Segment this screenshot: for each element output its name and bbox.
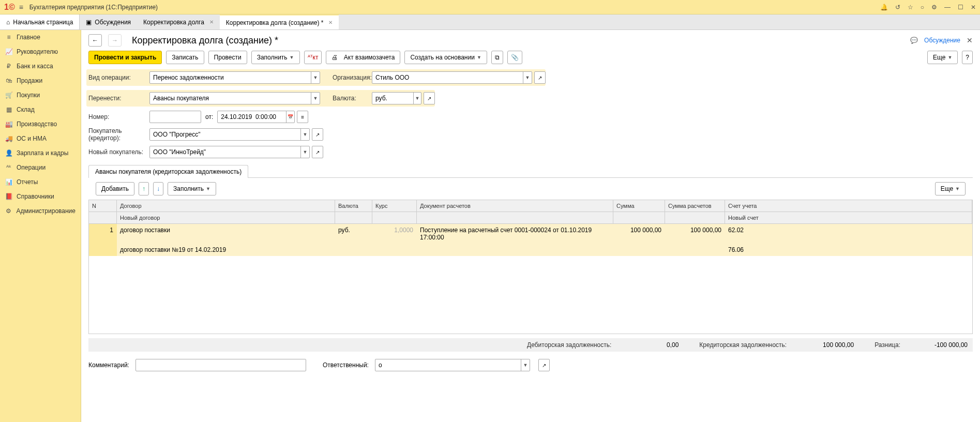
sidebar-item-bank[interactable]: ₽Банк и касса — [0, 59, 81, 73]
create-on-button[interactable]: Создать на основании▼ — [404, 51, 487, 64]
maximize-icon[interactable]: ☐ — [958, 4, 963, 11]
help-button[interactable]: ? — [962, 51, 973, 64]
chevron-down-icon[interactable]: ▼ — [300, 129, 309, 140]
calendar-icon[interactable]: 📅 — [286, 111, 294, 123]
attach-button[interactable]: 📎 — [507, 51, 522, 64]
currency-input[interactable] — [372, 95, 413, 102]
cell-currency[interactable]: руб. — [335, 224, 372, 244]
post-and-close-button[interactable]: Провести и закрыть — [88, 51, 162, 64]
col-rate[interactable]: Курс — [372, 200, 417, 212]
chevron-down-icon[interactable]: ▼ — [311, 93, 320, 104]
discuss-icon[interactable]: 💬 — [910, 37, 918, 44]
op-type-field[interactable]: ▼ — [149, 71, 320, 84]
cell-rate[interactable]: 1,0000 — [372, 224, 417, 244]
minimize-icon[interactable]: — — [944, 4, 951, 11]
discuss-link[interactable]: Обсуждение — [924, 37, 960, 44]
sidebar-item-warehouse[interactable]: ▦Склад — [0, 102, 81, 117]
newbuyer-field[interactable]: ▼ — [149, 146, 310, 158]
org-input[interactable] — [372, 74, 523, 81]
sidebar-item-catalogs[interactable]: 📕Справочники — [0, 189, 81, 204]
forward-button[interactable]: → — [108, 34, 122, 47]
buyer-input[interactable] — [150, 131, 300, 138]
back-button[interactable]: ← — [88, 34, 102, 47]
grid-row-1[interactable]: 1 договор поставки руб. 1,0000 Поступлен… — [89, 224, 972, 244]
sidebar-item-salary[interactable]: 👤Зарплата и кадры — [0, 146, 81, 160]
open-org-button[interactable]: ↗ — [534, 71, 546, 84]
col-n[interactable]: N — [89, 200, 117, 212]
move-field[interactable]: ▼ — [149, 92, 320, 104]
tab-discuss[interactable]: ▣ Обсуждения — [80, 14, 137, 29]
newbuyer-input[interactable] — [150, 148, 300, 156]
move-up-button[interactable]: ↑ — [139, 182, 149, 195]
tab-correction-2[interactable]: Корректировка долга (создание) * ✕ — [220, 14, 339, 29]
sidebar-item-production[interactable]: 🏭Производство — [0, 117, 81, 131]
post-button[interactable]: Провести — [208, 51, 247, 64]
move-input[interactable] — [150, 95, 311, 102]
star-icon[interactable]: ☆ — [908, 4, 913, 11]
hamburger-icon[interactable]: ≡ — [19, 3, 23, 11]
cell-new-account[interactable]: 76.06 — [725, 244, 972, 256]
buyer-field[interactable]: ▼ — [149, 128, 310, 141]
sub-tab-advances[interactable]: Авансы покупателя (кредиторская задолжен… — [88, 165, 248, 178]
col-contract[interactable]: Договор — [117, 200, 335, 212]
bell-icon[interactable]: 🔔 — [880, 4, 888, 11]
chevron-down-icon[interactable]: ▼ — [413, 93, 421, 104]
cell-contract[interactable]: договор поставки — [117, 224, 335, 244]
sub-more-button[interactable]: Еще▼ — [935, 182, 966, 195]
date-field[interactable]: 📅 — [217, 111, 295, 123]
sidebar-item-purchases[interactable]: 🛒Покупки — [0, 88, 81, 102]
col-sum[interactable]: Сумма — [613, 200, 665, 212]
sidebar-item-operations[interactable]: ᴬᵏОперации — [0, 160, 81, 175]
col-sum-calc[interactable]: Сумма расчетов — [665, 200, 725, 212]
save-button[interactable]: Записать — [166, 51, 204, 64]
col-currency[interactable]: Валюта — [335, 200, 372, 212]
sidebar-item-admin[interactable]: ⚙Администрирование — [0, 204, 81, 218]
date-extra-button[interactable]: ≡ — [297, 111, 308, 123]
cell-sum2[interactable]: 100 000,00 — [665, 224, 725, 244]
currency-field[interactable]: ▼ — [372, 92, 421, 104]
add-row-button[interactable]: Добавить — [96, 182, 134, 195]
responsible-field[interactable]: ▼ — [375, 359, 530, 371]
structure-button[interactable]: ⧉ — [491, 51, 503, 64]
close-doc-icon[interactable]: ✕ — [967, 36, 973, 44]
col-account[interactable]: Счет учета — [725, 200, 972, 212]
open-buyer-button[interactable]: ↗ — [312, 128, 323, 141]
cell-account[interactable]: 62.02 — [725, 224, 972, 244]
open-responsible-button[interactable]: ↗ — [538, 359, 550, 371]
sub-fill-button[interactable]: Заполнить▼ — [168, 182, 216, 195]
settings-icon[interactable]: ⚙ — [931, 4, 937, 11]
sidebar-item-reports[interactable]: 📊Отчеты — [0, 175, 81, 189]
chevron-down-icon[interactable]: ▼ — [300, 146, 309, 158]
cell-sum[interactable]: 100 000,00 — [613, 224, 665, 244]
sidebar-item-assets[interactable]: 🚚ОС и НМА — [0, 131, 81, 146]
tab-home[interactable]: ⌂ Начальная страница — [0, 14, 80, 29]
move-down-button[interactable]: ↓ — [153, 182, 163, 195]
sidebar-item-sales[interactable]: 🛍Продажи — [0, 73, 81, 88]
history-icon[interactable]: ↺ — [895, 4, 900, 11]
sidebar-item-manager[interactable]: 📈Руководителю — [0, 44, 81, 59]
date-input[interactable] — [218, 113, 286, 120]
chevron-down-icon[interactable]: ▼ — [523, 72, 532, 83]
grid-row-1b[interactable]: договор поставки №19 от 14.02.2019 76.06 — [89, 244, 972, 256]
cell-new-contract[interactable]: договор поставки №19 от 14.02.2019 — [117, 244, 335, 256]
comment-field[interactable] — [135, 359, 306, 371]
col-doc[interactable]: Документ расчетов — [417, 200, 613, 212]
op-type-input[interactable] — [150, 74, 311, 81]
number-field[interactable] — [149, 111, 201, 123]
org-field[interactable]: ▼ — [372, 71, 532, 84]
tab-close-icon[interactable]: ✕ — [209, 19, 214, 25]
open-newbuyer-button[interactable]: ↗ — [312, 146, 323, 158]
chevron-down-icon[interactable]: ▼ — [521, 359, 530, 371]
more-button[interactable]: Еще▼ — [927, 51, 958, 64]
dot-icon[interactable]: ○ — [921, 4, 924, 11]
close-icon[interactable]: ✕ — [971, 4, 976, 11]
tab-correction-1[interactable]: Корректировка долга ✕ — [137, 14, 220, 29]
cell-doc[interactable]: Поступление на расчетный счет 0001-00002… — [417, 224, 613, 244]
open-currency-button[interactable]: ↗ — [424, 92, 435, 104]
chevron-down-icon[interactable]: ▼ — [311, 72, 320, 83]
dkt-button[interactable]: ᴬᵀкт — [304, 51, 322, 64]
fill-button[interactable]: Заполнить▼ — [251, 51, 300, 64]
advances-grid[interactable]: N Договор Валюта Курс Документ расчетов … — [88, 200, 973, 334]
comment-input[interactable] — [136, 361, 306, 369]
act-button[interactable]: 🖨 Акт взаимозачета — [326, 51, 400, 64]
